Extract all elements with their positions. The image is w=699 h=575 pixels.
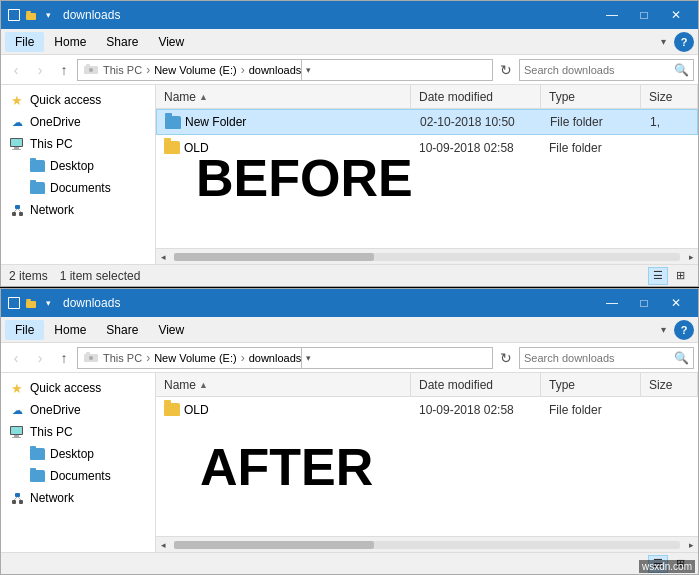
menu-home-after[interactable]: Home bbox=[44, 320, 96, 340]
sidebar-item-onedrive-after[interactable]: ☁ OneDrive bbox=[1, 399, 155, 421]
scroll-area-before: ◂ ▸ bbox=[156, 248, 698, 264]
file-type-new-folder: File folder bbox=[542, 115, 642, 129]
title-text-before: downloads bbox=[59, 8, 592, 22]
svg-line-31 bbox=[18, 497, 21, 500]
path-dropdown-before[interactable]: ▾ bbox=[301, 59, 315, 81]
title-icon1 bbox=[7, 8, 21, 22]
refresh-button-after[interactable]: ↻ bbox=[495, 347, 517, 369]
back-button-before[interactable]: ‹ bbox=[5, 59, 27, 81]
view-content-before[interactable]: ⊞ bbox=[670, 267, 690, 285]
search-box-before[interactable]: 🔍 bbox=[519, 59, 694, 81]
menu-view-after[interactable]: View bbox=[148, 320, 194, 340]
sidebar-item-thispc-before[interactable]: This PC bbox=[1, 133, 155, 155]
expand-button-before[interactable]: ▾ bbox=[653, 34, 674, 49]
sidebar-item-quick-access-before[interactable]: ★ Quick access bbox=[1, 89, 155, 111]
address-path-after[interactable]: This PC › New Volume (E:) › downloads ▾ bbox=[77, 347, 493, 369]
search-input-after[interactable] bbox=[524, 352, 674, 364]
folder-icon-documents-before bbox=[29, 180, 45, 196]
search-icon-after[interactable]: 🔍 bbox=[674, 351, 689, 365]
sidebar-item-thispc-after[interactable]: This PC bbox=[1, 421, 155, 443]
svg-rect-2 bbox=[26, 13, 36, 20]
menu-share-after[interactable]: Share bbox=[96, 320, 148, 340]
scroll-thumb-after bbox=[174, 541, 374, 549]
svg-rect-13 bbox=[15, 205, 20, 209]
sidebar-item-documents-before[interactable]: Documents bbox=[1, 177, 155, 199]
address-bar-after: ‹ › ↑ This PC › New Volume (E:) › downlo… bbox=[1, 343, 698, 373]
menu-view-before[interactable]: View bbox=[148, 32, 194, 52]
scroll-right-after[interactable]: ▸ bbox=[684, 538, 698, 552]
title-dropdown-arrow[interactable]: ▾ bbox=[41, 8, 55, 22]
svg-rect-19 bbox=[26, 299, 31, 301]
scroll-right-before[interactable]: ▸ bbox=[684, 250, 698, 264]
col-header-type-after[interactable]: Type bbox=[541, 373, 641, 396]
menu-share-before[interactable]: Share bbox=[96, 32, 148, 52]
expand-button-after[interactable]: ▾ bbox=[653, 322, 674, 337]
status-bar-before: 2 items 1 item selected ☰ ⊞ bbox=[1, 264, 698, 286]
scroll-left-after[interactable]: ◂ bbox=[156, 538, 170, 552]
address-path-before[interactable]: This PC › New Volume (E:) › downloads ▾ bbox=[77, 59, 493, 81]
col-header-name-after[interactable]: Name ▲ bbox=[156, 373, 411, 396]
scroll-track-before[interactable] bbox=[174, 253, 680, 261]
close-button-after[interactable]: ✕ bbox=[660, 289, 692, 317]
forward-button-after[interactable]: › bbox=[29, 347, 51, 369]
view-details-before[interactable]: ☰ bbox=[648, 267, 668, 285]
sidebar-item-network-before[interactable]: Network bbox=[1, 199, 155, 221]
scroll-left-before[interactable]: ◂ bbox=[156, 250, 170, 264]
up-button-before[interactable]: ↑ bbox=[53, 59, 75, 81]
menu-file-after[interactable]: File bbox=[5, 320, 44, 340]
title-controls-before: — □ ✕ bbox=[596, 1, 692, 29]
path-segment-before: This PC › New Volume (E:) › downloads bbox=[84, 63, 301, 77]
col-header-name-before[interactable]: Name ▲ bbox=[156, 85, 411, 108]
folder-icon-desktop-before bbox=[29, 158, 45, 174]
sidebar-item-documents-after[interactable]: Documents bbox=[1, 465, 155, 487]
search-icon-before[interactable]: 🔍 bbox=[674, 63, 689, 77]
maximize-button-after[interactable]: □ bbox=[628, 289, 660, 317]
sidebar-item-quick-access-after[interactable]: ★ Quick access bbox=[1, 377, 155, 399]
maximize-button-before[interactable]: □ bbox=[628, 1, 660, 29]
refresh-button-before[interactable]: ↻ bbox=[495, 59, 517, 81]
svg-line-15 bbox=[18, 209, 21, 212]
folder-icon-old-after bbox=[164, 403, 180, 416]
minimize-button-before[interactable]: — bbox=[596, 1, 628, 29]
scroll-track-after[interactable] bbox=[174, 541, 680, 549]
col-header-date-after[interactable]: Date modified bbox=[411, 373, 541, 396]
search-input-before[interactable] bbox=[524, 64, 674, 76]
sidebar-item-desktop-before[interactable]: Desktop bbox=[1, 155, 155, 177]
item-count-before: 2 items bbox=[9, 269, 48, 283]
cloud-icon-before: ☁ bbox=[9, 114, 25, 130]
svg-rect-27 bbox=[12, 500, 16, 504]
col-header-size-before[interactable]: Size bbox=[641, 85, 698, 108]
selection-before: 1 item selected bbox=[60, 269, 141, 283]
file-row-old-after[interactable]: OLD 10-09-2018 02:58 File folder bbox=[156, 397, 698, 423]
forward-button-before[interactable]: › bbox=[29, 59, 51, 81]
pc-icon-before bbox=[9, 136, 25, 152]
file-date-old-after: 10-09-2018 02:58 bbox=[411, 403, 541, 417]
col-header-type-before[interactable]: Type bbox=[541, 85, 641, 108]
sidebar-item-network-after[interactable]: Network bbox=[1, 487, 155, 509]
sidebar-item-onedrive-before[interactable]: ☁ OneDrive bbox=[1, 111, 155, 133]
up-button-after[interactable]: ↑ bbox=[53, 347, 75, 369]
help-button-after[interactable]: ? bbox=[674, 320, 694, 340]
folder-icon-new-folder bbox=[165, 116, 181, 129]
folder-icon-old-before bbox=[164, 141, 180, 154]
close-button-before[interactable]: ✕ bbox=[660, 1, 692, 29]
path-dropdown-after[interactable]: ▾ bbox=[301, 347, 315, 369]
file-type-old-after: File folder bbox=[541, 403, 641, 417]
minimize-button-after[interactable]: — bbox=[596, 289, 628, 317]
menu-bar-right-before: ▾ ? bbox=[653, 32, 694, 52]
menu-bar-before: File Home Share View ▾ ? bbox=[1, 29, 698, 55]
menu-home-before[interactable]: Home bbox=[44, 32, 96, 52]
title-icon2-after bbox=[24, 296, 38, 310]
search-box-after[interactable]: 🔍 bbox=[519, 347, 694, 369]
help-button-before[interactable]: ? bbox=[674, 32, 694, 52]
file-list-header-before: Name ▲ Date modified Type Size bbox=[156, 85, 698, 109]
file-row-new-folder[interactable]: New Folder 02-10-2018 10:50 File folder … bbox=[156, 109, 698, 135]
title-dropdown-arrow-after[interactable]: ▾ bbox=[41, 296, 55, 310]
col-header-size-after[interactable]: Size bbox=[641, 373, 698, 396]
col-header-date-before[interactable]: Date modified bbox=[411, 85, 541, 108]
back-button-after[interactable]: ‹ bbox=[5, 347, 27, 369]
menu-file-before[interactable]: File bbox=[5, 32, 44, 52]
status-bar-after: ☰ ⊞ bbox=[1, 552, 698, 574]
sidebar-item-desktop-after[interactable]: Desktop bbox=[1, 443, 155, 465]
file-name-old-after: OLD bbox=[156, 403, 411, 417]
